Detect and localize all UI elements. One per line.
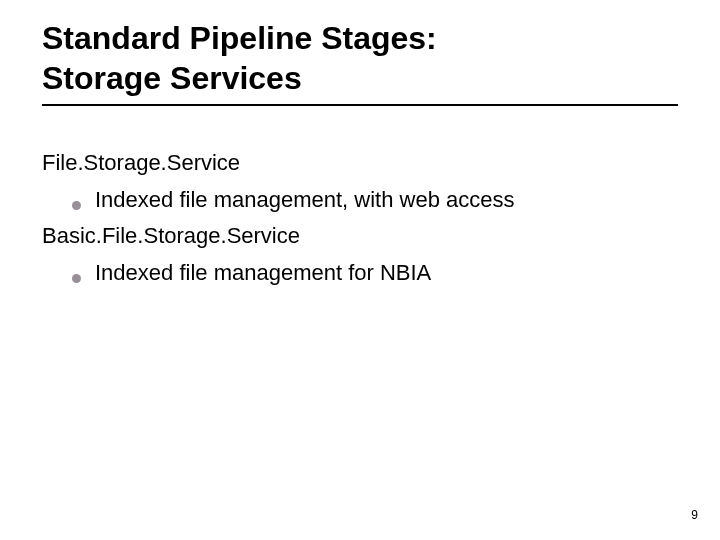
- bullet-icon: [72, 274, 81, 283]
- section-1-heading: File.Storage.Service: [42, 150, 678, 176]
- section-2-heading: Basic.File.Storage.Service: [42, 223, 678, 249]
- section-2-bullet-row: Indexed file management for NBIA: [72, 259, 678, 288]
- page-number: 9: [691, 508, 698, 522]
- slide: Standard Pipeline Stages: Storage Servic…: [0, 0, 720, 540]
- section-2: Basic.File.Storage.Service Indexed file …: [42, 223, 678, 288]
- title-line-1: Standard Pipeline Stages:: [42, 20, 437, 56]
- section-1-bullet-text: Indexed file management, with web access: [95, 186, 514, 215]
- section-2-bullet-text: Indexed file management for NBIA: [95, 259, 431, 288]
- title-line-2: Storage Services: [42, 60, 302, 96]
- section-1-bullet-row: Indexed file management, with web access: [72, 186, 678, 215]
- section-1: File.Storage.Service Indexed file manage…: [42, 150, 678, 215]
- bullet-icon: [72, 201, 81, 210]
- slide-title: Standard Pipeline Stages: Storage Servic…: [42, 18, 678, 106]
